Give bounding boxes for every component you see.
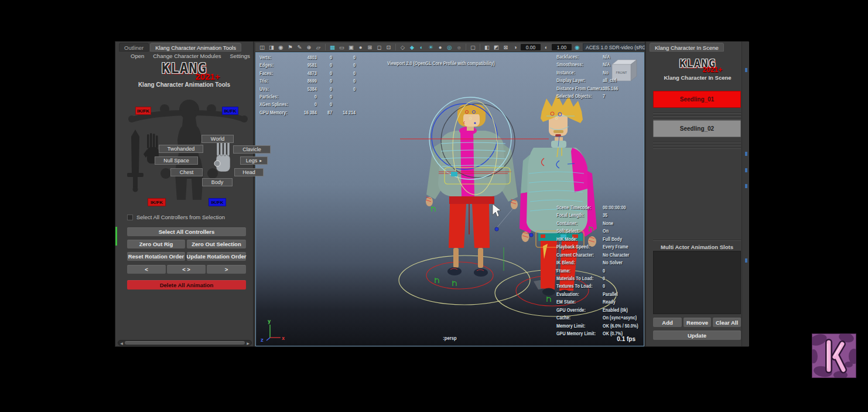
right-panel-title: Klang Character In Scene (646, 74, 749, 81)
shaded-icon[interactable]: ◆ (408, 43, 416, 51)
resolution-gate-icon[interactable]: ▣ (347, 43, 356, 51)
right-edge-scrollbar[interactable] (741, 42, 749, 346)
gamma-icon[interactable]: ◐ (542, 43, 551, 51)
scene-stats-row: Materials To Load:0 (556, 275, 638, 283)
viewport-toolbar-icons: ◫◨◉⚑✎⊕▱▦▭▣●⊞◻⊡◇◆◐☀●◎☼▢◧◩⊠ (258, 43, 510, 51)
prev-next-button[interactable]: < > (167, 265, 206, 274)
remove-slot-button[interactable]: Remove (684, 318, 711, 327)
legs-button[interactable]: Legs ▶ (240, 156, 268, 165)
update-button[interactable]: Update (653, 331, 741, 340)
ikfk-right-arm-button[interactable]: IK/FK (222, 107, 238, 115)
screen: Outliner Klang Character Animation Tools… (0, 0, 868, 412)
svg-text:x: x (282, 336, 285, 341)
xray-icon[interactable]: ◧ (483, 43, 491, 51)
next-button[interactable]: > (207, 265, 246, 274)
toolbar-separator (466, 44, 466, 50)
scene-stats-row: GPU Override:Enabled (0k) (556, 307, 638, 315)
zero-out-rig-button[interactable]: Zero Out Rig (127, 240, 185, 248)
scene-stats-row: Soft Select:On (556, 228, 638, 236)
clavicle-button[interactable]: Clavicle (233, 145, 271, 154)
lights-icon[interactable]: ☀ (426, 43, 435, 51)
clear-all-slots-button[interactable]: Clear All (713, 318, 741, 327)
gamma-field[interactable]: 1.00 (552, 44, 572, 50)
geometry-stats-row: XGen Splines:00 (259, 101, 356, 109)
select-camera-icon[interactable]: ◫ (258, 43, 266, 51)
lock-camera-icon[interactable]: ◨ (267, 43, 276, 51)
ikfk-left-arm-button[interactable]: IK/FK (135, 107, 151, 115)
chest-button[interactable]: Chest (170, 168, 203, 176)
toolbar-separator (325, 44, 326, 50)
isolate-select-icon[interactable]: ▢ (469, 43, 477, 51)
geometry-stats-row: Faces:487300 (259, 70, 356, 78)
Seedling_02[interactable]: Seedling_02 (653, 120, 741, 137)
grease-pencil-icon[interactable]: ▱ (314, 43, 323, 51)
occlusion-icon[interactable]: ◎ (445, 43, 454, 51)
scroll-left-icon[interactable]: ◀ (118, 341, 125, 345)
horizontal-scrollbar[interactable]: ◀ ▶ (118, 340, 252, 346)
multi-actor-slots-list[interactable] (653, 251, 741, 314)
color-management-icon[interactable]: ◉ (573, 43, 582, 51)
scene-stats-row: EM State:Ready (556, 299, 638, 307)
world-button[interactable]: World (201, 135, 234, 143)
twohanded-button[interactable]: Twohanded (159, 145, 203, 153)
camera-attributes-icon[interactable]: ◉ (276, 43, 285, 51)
default-light-icon[interactable]: ☼ (454, 43, 463, 51)
exposure-field[interactable]: 0.00 (521, 44, 541, 50)
hud-object-stats: Backfaces:N/A Smoothness:N/A Instance:No… (556, 54, 618, 101)
menu-item[interactable]: Settings (230, 53, 250, 59)
selection-highlight-icon[interactable]: ⊠ (501, 43, 510, 51)
film-gate-icon[interactable]: ▭ (337, 43, 346, 51)
ikfk-right-leg-button[interactable]: IK/FK (209, 198, 226, 206)
klang-k-icon (812, 334, 856, 377)
menu-item[interactable]: Open (131, 53, 144, 59)
viewport-canvas[interactable]: FRONT y x z Viewport 2.0 (OpenGL Core Pr… (255, 52, 644, 346)
exposure-icon[interactable]: ◑ (511, 43, 520, 51)
grid-icon[interactable]: ▦ (328, 43, 337, 51)
null-space-button[interactable]: Null Space (155, 156, 198, 165)
object-stats-row: Instance:No (556, 70, 618, 77)
app-window: Outliner Klang Character Animation Tools… (115, 41, 749, 347)
viewport-panel: ◫◨◉⚑✎⊕▱▦▭▣●⊞◻⊡◇◆◐☀●◎☼▢◧◩⊠ ◑ 0.00 ◐ 1.00 … (255, 42, 644, 346)
2d-pan-zoom-icon[interactable]: ⊕ (305, 43, 313, 51)
klang-logo: KLANG 2021+ (115, 60, 253, 79)
xray-joints-icon[interactable]: ◩ (492, 43, 501, 51)
bookmark-icon[interactable]: ⚑ (286, 43, 295, 51)
gate-mask-icon[interactable]: ● (356, 43, 365, 51)
scroll-right-icon[interactable]: ▶ (245, 341, 251, 345)
prev-button[interactable]: < (127, 265, 166, 274)
add-slot-button[interactable]: Add (653, 318, 682, 327)
ikfk-left-leg-button[interactable]: IK/FK (148, 198, 166, 206)
tab-klang-character-in-scene[interactable]: Klang Character In Scene (650, 43, 724, 52)
Seedling_01[interactable]: Seedling_01 (653, 91, 741, 108)
shadows-icon[interactable]: ● (436, 43, 445, 51)
glove-hand-icon (214, 139, 230, 172)
zero-out-selection-button[interactable]: Zero Out Selection (187, 240, 246, 248)
reset-rotation-order-button[interactable]: Reset Rotation Order (127, 252, 185, 261)
menu-item[interactable]: Change Character Modules (153, 53, 221, 59)
update-rotation-order-button[interactable]: Update Rotation Order (187, 252, 246, 261)
wireframe-icon[interactable]: ◇ (398, 43, 407, 51)
select-all-from-selection-checkbox[interactable] (127, 214, 133, 220)
textured-icon[interactable]: ◐ (417, 43, 426, 51)
safe-title-icon[interactable]: ⊡ (384, 43, 393, 51)
geometry-stats-row: Tris:869900 (259, 78, 356, 86)
select-all-controllers-button[interactable]: Select All Controllers (127, 227, 246, 236)
svg-text:z: z (261, 338, 264, 343)
scene-stats-row: Scene Timecode:00:00:00:00 (556, 205, 638, 212)
svg-text:y: y (268, 319, 271, 324)
tab-outliner[interactable]: Outliner (119, 43, 149, 52)
scene-stats-row: Cache:On (sync+async) (556, 315, 638, 322)
scene-stats-row: Memory Limit:OK (6.0% / 50.0%) (556, 323, 638, 331)
image-plane-icon[interactable]: ✎ (295, 43, 304, 51)
body-button[interactable]: Body (202, 178, 233, 186)
delete-all-animation-button[interactable]: Delete All Animation (127, 280, 246, 290)
field-chart-icon[interactable]: ⊞ (365, 43, 374, 51)
tab-klang-animation-tools[interactable]: Klang Character Animation Tools (150, 43, 241, 52)
scene-stats-row: Textures To Load:0 (556, 283, 638, 291)
safe-action-icon[interactable]: ◻ (375, 43, 384, 51)
head-button[interactable]: Head (234, 168, 264, 176)
checkbox-label: Select All Controllers from Selection (136, 214, 225, 220)
legs-button-label: Legs (246, 158, 258, 164)
klang-app-badge (812, 333, 856, 378)
scrollbar-thumb[interactable] (125, 341, 245, 345)
